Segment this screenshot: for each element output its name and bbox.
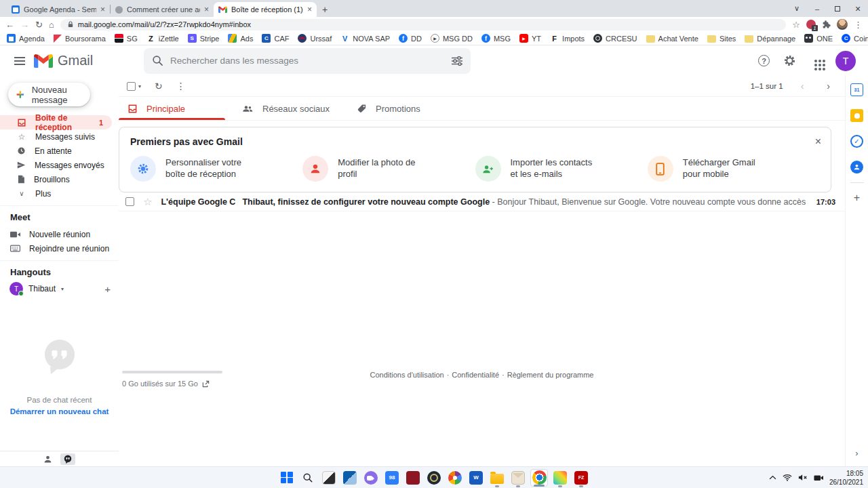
search-icon[interactable] (152, 55, 163, 66)
new-conversation-icon[interactable]: + (104, 283, 111, 295)
forward-icon[interactable]: → (20, 20, 29, 30)
program-policies-link[interactable]: Règlement du programme (507, 371, 594, 379)
bookmark-nova-sap[interactable]: VNOVA SAP (340, 34, 390, 43)
extensions-puzzle-icon[interactable] (822, 20, 831, 29)
bookmark-folder-achat-vente[interactable]: Achat Vente (646, 34, 698, 43)
bookmark-one[interactable]: ONE (804, 34, 833, 43)
taskbar-clock[interactable]: 18:05 26/10/2021 (829, 469, 863, 487)
start-chat-link[interactable]: Démarrer un nouveau chat (0, 407, 119, 415)
taskbar-word[interactable]: W (467, 469, 485, 487)
sidebar-item-drafts[interactable]: Brouillons (0, 172, 112, 186)
browser-profile-avatar[interactable] (837, 19, 848, 30)
onboarding-profile-photo[interactable]: Modifier la photo de profil (302, 156, 475, 182)
bookmark-boursorama[interactable]: Boursorama (54, 35, 106, 43)
sidebar-item-inbox[interactable]: Boîte de réception 1 (0, 115, 112, 129)
help-icon[interactable]: ? (758, 55, 770, 66)
taskbar-app-red[interactable] (404, 469, 422, 487)
bookmark-msg-dd[interactable]: ▶MSG DD (431, 34, 473, 43)
taskbar-search-button[interactable] (299, 469, 317, 487)
bookmark-star-icon[interactable]: ☆ (792, 20, 800, 30)
search-input[interactable] (170, 56, 445, 66)
bookmark-impots[interactable]: FImpots (550, 34, 585, 43)
bookmark-folder-sites[interactable]: Sites (707, 34, 736, 43)
select-all-checkbox[interactable] (127, 82, 136, 91)
taskbar-mail-app[interactable] (509, 469, 527, 487)
email-checkbox[interactable] (125, 197, 134, 206)
bookmark-stripe[interactable]: SStripe (188, 34, 220, 43)
star-toggle-icon[interactable]: ☆ (143, 196, 152, 208)
search-bar[interactable] (144, 48, 471, 74)
tab-social[interactable]: Réseaux sociaux (233, 97, 348, 120)
start-button[interactable] (278, 469, 296, 487)
external-link-icon[interactable] (202, 380, 210, 388)
browser-tab-gmail-active[interactable]: Boîte de réception (1) - courspre × (214, 2, 317, 17)
hangouts-user-row[interactable]: T Thibaut ▾ + (0, 282, 111, 296)
main-menu-icon[interactable] (7, 48, 33, 74)
url-bar[interactable]: mail.google.com/mail/u/2/?zx=27rwpkdo4ny… (60, 19, 787, 30)
compose-button[interactable]: Nouveau message (8, 83, 90, 106)
sidebar-item-more[interactable]: ∨ Plus (0, 186, 112, 201)
wifi-icon[interactable] (783, 474, 792, 481)
tab-promotions[interactable]: Promotions (348, 97, 462, 120)
taskbar-picasa[interactable] (446, 469, 464, 487)
contacts-icon[interactable] (850, 161, 863, 174)
taskbar-media-app[interactable] (551, 469, 569, 487)
close-button[interactable]: × (848, 0, 868, 17)
get-addons-icon[interactable]: + (854, 192, 860, 204)
google-apps-grid-icon[interactable] (814, 60, 817, 62)
sidebar-item-join-meeting[interactable]: Rejoindre une réunion (0, 241, 112, 256)
caret-down-icon[interactable]: ▾ (61, 286, 64, 292)
taskbar-widgets[interactable] (341, 469, 359, 487)
tasks-icon[interactable]: ✓ (850, 135, 863, 148)
search-options-icon[interactable] (452, 56, 462, 66)
taskbar-app-dark[interactable] (320, 469, 338, 487)
taskbar-chrome[interactable] (530, 469, 548, 487)
sidebar-item-snoozed[interactable]: En attente (0, 144, 112, 158)
taskbar-file-explorer[interactable] (488, 469, 506, 487)
keep-icon[interactable] (850, 109, 863, 122)
account-avatar[interactable]: T (835, 51, 856, 71)
onboarding-import-contacts[interactable]: Importer les contacts et les e-mails (475, 156, 648, 182)
bookmark-ads[interactable]: Ads (228, 34, 253, 43)
taskbar-filezilla[interactable]: FZ (572, 469, 590, 487)
terms-link[interactable]: Conditions d'utilisation (370, 371, 444, 379)
tab-search-icon[interactable]: ∨ (787, 0, 807, 17)
bookmark-crcesu[interactable]: CRCESU (593, 34, 637, 43)
refresh-icon[interactable]: ↻ (155, 81, 163, 92)
adblock-extension-icon[interactable]: 1 (806, 20, 816, 29)
taskbar-app-shield[interactable] (425, 469, 443, 487)
close-icon[interactable]: × (815, 136, 821, 148)
tab-close-icon[interactable]: × (307, 5, 312, 14)
email-row[interactable]: ☆ L'équipe Google Com. Thibaut, finissez… (119, 192, 845, 211)
restore-button[interactable] (827, 0, 848, 17)
newer-page-icon[interactable]: ‹ (801, 81, 804, 92)
sidebar-item-sent[interactable]: Messages envoyés (0, 158, 112, 172)
tab-primary[interactable]: Principale (119, 97, 233, 120)
more-options-icon[interactable]: ⋮ (176, 81, 186, 92)
tab-close-icon[interactable]: × (204, 5, 209, 14)
onboarding-download-mobile[interactable]: Télécharger Gmail pour mobile (648, 156, 820, 182)
bookmark-folder-depannage[interactable]: Dépannage (745, 34, 795, 43)
hangouts-toggle-selected[interactable] (60, 453, 75, 465)
new-tab-button[interactable]: + (317, 2, 333, 17)
browser-menu-icon[interactable]: ⋮ (854, 20, 863, 30)
tray-chevron-up-icon[interactable] (769, 475, 776, 480)
bookmark-izettle[interactable]: ZiZettle (146, 34, 179, 43)
calendar-icon[interactable]: 31 (850, 83, 863, 96)
bookmark-caf[interactable]: CCAF (262, 34, 289, 43)
bookmark-dd[interactable]: fDD (399, 34, 422, 43)
back-icon[interactable]: ← (5, 20, 14, 30)
privacy-link[interactable]: Confidentialité (452, 371, 499, 379)
contacts-toggle-icon[interactable] (43, 455, 52, 464)
taskbar-video-chat[interactable] (362, 469, 380, 487)
bookmark-yt[interactable]: ▶YT (519, 34, 541, 43)
taskbar-app-98[interactable]: 98 (383, 469, 401, 487)
collapse-panel-icon[interactable]: › (855, 448, 858, 458)
volume-muted-icon[interactable] (798, 474, 808, 481)
older-page-icon[interactable]: › (827, 81, 830, 92)
sidebar-item-starred[interactable]: ☆ Messages suivis (0, 129, 112, 144)
home-icon[interactable]: ⌂ (49, 20, 54, 30)
reload-icon[interactable]: ↻ (35, 20, 43, 30)
bookmark-agenda[interactable]: Agenda (7, 34, 45, 43)
minimize-button[interactable]: – (807, 0, 827, 17)
